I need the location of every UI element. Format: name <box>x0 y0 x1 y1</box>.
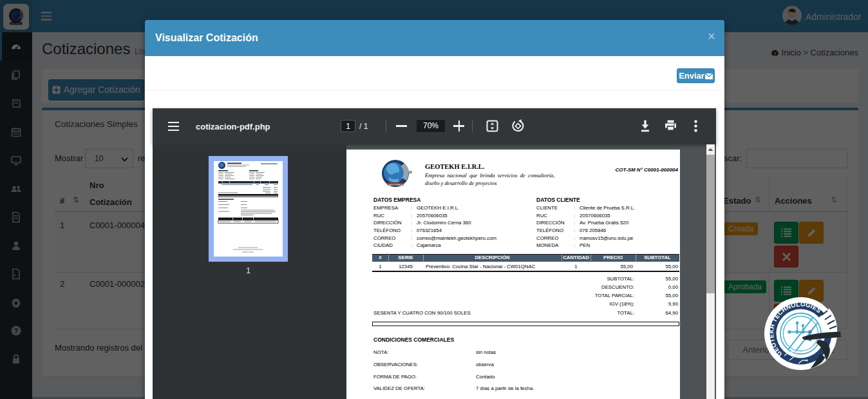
svg-text:GEOTEKH: GEOTEKH <box>388 183 403 186</box>
